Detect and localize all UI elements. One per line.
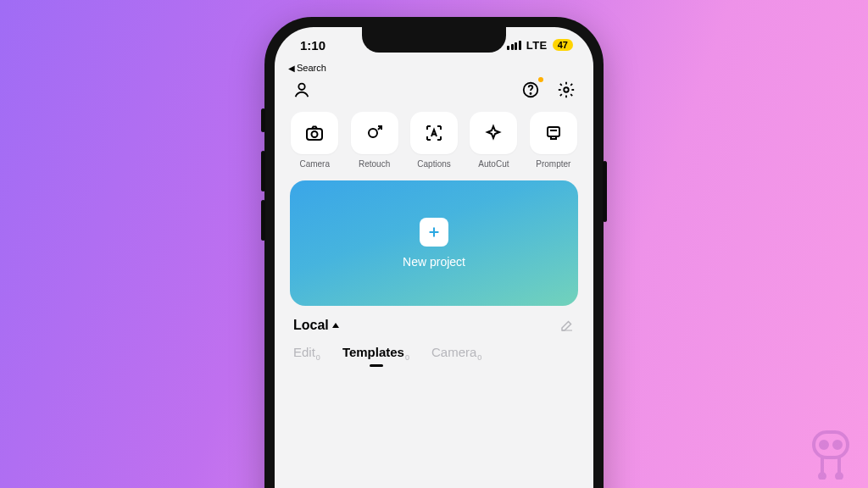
svg-point-12 [837, 474, 842, 479]
signal-icon [507, 41, 521, 50]
tab-label: Camera [431, 345, 476, 359]
tool-retouch[interactable]: Retouch [349, 112, 398, 169]
svg-point-0 [298, 84, 304, 90]
svg-point-2 [530, 93, 531, 94]
help-icon [521, 80, 540, 99]
tab-count: 0 [405, 353, 409, 362]
chevron-left-icon: ◀ [288, 64, 295, 73]
tab-label: Templates [342, 345, 404, 359]
tool-label: AutoCut [478, 159, 509, 169]
tab-edit[interactable]: Edit0 [293, 345, 320, 362]
tool-captions[interactable]: Captions [409, 112, 459, 169]
volume-down-button [261, 200, 265, 241]
volume-up-button [261, 151, 265, 191]
network-type: LTE [526, 39, 548, 52]
screen: 1:10 LTE 47 ◀ Search [275, 27, 593, 488]
tool-autocut[interactable]: AutoCut [469, 112, 518, 169]
new-project-button[interactable]: New project [290, 180, 578, 306]
svg-point-9 [821, 441, 827, 448]
sparkle-icon [483, 123, 504, 143]
tab-camera[interactable]: Camera0 [431, 345, 481, 362]
prompter-icon [543, 123, 564, 143]
svg-point-10 [834, 441, 841, 448]
back-to-search[interactable]: ◀ Search [275, 63, 593, 75]
plus-icon [420, 218, 448, 247]
retouch-icon [364, 123, 385, 143]
tool-label: Retouch [359, 159, 390, 169]
section-header: Local [275, 318, 593, 341]
power-button-physical [603, 161, 607, 222]
tab-templates[interactable]: Templates0 [342, 345, 409, 362]
svg-rect-4 [307, 129, 322, 140]
help-button[interactable] [519, 78, 542, 102]
tool-camera[interactable]: Camera [290, 112, 339, 169]
watermark-robot-icon [807, 427, 854, 480]
status-time: 1:10 [300, 38, 326, 53]
tab-count: 0 [477, 353, 481, 362]
profile-button[interactable] [290, 78, 314, 102]
battery-badge: 47 [553, 39, 573, 51]
new-project-label: New project [403, 255, 465, 269]
captions-icon [424, 123, 444, 143]
notification-dot-icon [538, 77, 543, 82]
tab-count: 0 [316, 353, 320, 362]
app-header [275, 75, 593, 107]
svg-rect-7 [548, 127, 559, 136]
mute-switch [261, 108, 265, 132]
svg-point-11 [820, 474, 825, 479]
tab-label: Edit [293, 345, 315, 359]
phone-frame: 1:10 LTE 47 ◀ Search [264, 17, 604, 488]
caret-up-icon [332, 323, 339, 328]
camera-icon [304, 123, 325, 143]
back-label: Search [297, 63, 326, 73]
svg-point-3 [564, 87, 569, 92]
svg-point-5 [312, 131, 318, 137]
tools-row: Camera Retouch Captions [275, 107, 593, 177]
local-label: Local [293, 318, 329, 333]
gear-icon [557, 80, 576, 99]
svg-point-6 [369, 129, 377, 137]
edit-projects-button[interactable] [559, 318, 575, 333]
profile-icon [292, 80, 311, 99]
settings-button[interactable] [554, 78, 578, 102]
local-dropdown[interactable]: Local [293, 318, 339, 333]
notch [362, 27, 506, 53]
project-tabs: Edit0 Templates0 Camera0 [275, 341, 593, 362]
tool-label: Prompter [536, 159, 570, 169]
pencil-icon [559, 318, 575, 333]
tool-label: Camera [299, 159, 330, 169]
tool-label: Captions [417, 159, 450, 169]
tool-prompter[interactable]: Prompter [529, 112, 578, 169]
